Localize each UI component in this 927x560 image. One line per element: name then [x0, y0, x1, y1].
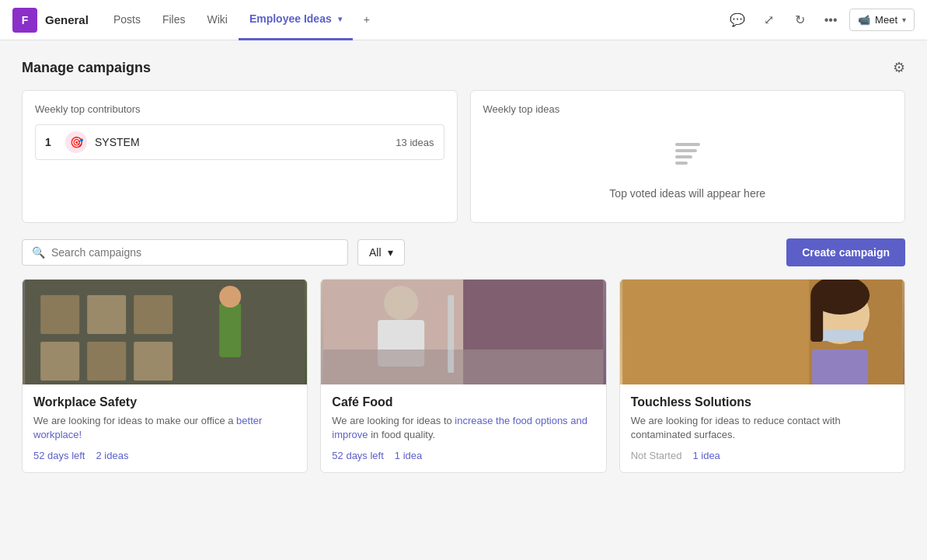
top-ideas-panel: Weekly top ideas Top voted ideas will ap… — [470, 90, 906, 223]
svg-rect-2 — [675, 155, 692, 158]
svg-rect-3 — [675, 162, 688, 165]
topbar-right: 💬 ⤢ ↻ ••• 📹 Meet ▾ — [725, 8, 915, 33]
card-title: Touchless Solutions — [631, 395, 894, 409]
campaign-card-body: Café Food We are looking for ideas to in… — [321, 384, 605, 472]
campaign-card-body: Workplace Safety We are looking for idea… — [23, 384, 307, 472]
search-icon: 🔍 — [32, 246, 45, 259]
card-desc-link-1: increase the food options and improve — [332, 415, 587, 440]
top-ideas-label: Weekly top ideas — [483, 103, 893, 115]
meet-chevron-icon: ▾ — [902, 16, 906, 24]
meet-button[interactable]: 📹 Meet ▾ — [849, 9, 915, 31]
card-description: We are looking for ideas to make our off… — [33, 414, 296, 442]
svg-point-16 — [384, 286, 418, 320]
card-description: We are looking for ideas to increase the… — [332, 414, 594, 442]
panels-row: Weekly top contributors 1 🎯 SYSTEM 13 id… — [22, 90, 905, 223]
campaign-card-image-cafe-food — [321, 280, 605, 384]
page-title: Manage campaigns — [22, 60, 151, 76]
avatar: 🎯 — [65, 131, 87, 153]
contributor-count: 13 ideas — [396, 137, 434, 148]
card-footer: 52 days left 2 ideas — [33, 450, 296, 461]
topbar: F General Posts Files Wiki Employee Idea… — [0, 0, 927, 40]
svg-point-12 — [219, 286, 241, 308]
card-title: Workplace Safety — [33, 395, 296, 409]
svg-rect-1 — [675, 149, 697, 152]
search-row: 🔍 All ▾ Create campaign — [22, 238, 905, 266]
meet-icon: 📹 — [858, 14, 870, 26]
card-status-badge: Not Started — [631, 450, 682, 461]
campaign-card-image-touchless-solutions — [620, 280, 904, 384]
section-header: Manage campaigns ⚙ — [22, 59, 905, 76]
tab-employee-ideas[interactable]: Employee Ideas ▾ — [239, 0, 353, 40]
search-input[interactable] — [51, 246, 338, 259]
expand-icon[interactable]: ⤢ — [756, 8, 781, 33]
svg-rect-25 — [817, 330, 863, 341]
campaign-card-cafe-food[interactable]: Café Food We are looking for ideas to in… — [320, 279, 606, 473]
more-icon[interactable]: ••• — [818, 8, 843, 33]
empty-ideas-icon — [669, 135, 706, 179]
campaign-cards: Workplace Safety We are looking for idea… — [22, 279, 905, 473]
filter-dropdown[interactable]: All ▾ — [357, 239, 405, 266]
tab-posts[interactable]: Posts — [103, 0, 152, 40]
card-ideas-count: 1 idea — [692, 450, 720, 461]
svg-rect-9 — [87, 342, 126, 381]
card-title: Café Food — [332, 395, 594, 409]
campaign-card-image-workplace-safety — [23, 280, 307, 384]
card-footer: Not Started 1 idea — [631, 450, 894, 461]
filter-chevron-icon: ▾ — [388, 246, 393, 259]
campaign-card-body: Touchless Solutions We are looking for i… — [620, 384, 904, 472]
svg-rect-11 — [219, 303, 241, 357]
card-days-left: 52 days left — [332, 450, 384, 461]
card-footer: 52 days left 1 idea — [332, 450, 594, 461]
campaign-card-workplace-safety[interactable]: Workplace Safety We are looking for idea… — [22, 279, 308, 473]
svg-rect-7 — [134, 295, 173, 334]
svg-rect-10 — [134, 342, 173, 381]
card-desc-link: better workplace! — [33, 415, 262, 440]
svg-rect-27 — [810, 295, 823, 342]
card-ideas-count: 2 ideas — [96, 450, 129, 461]
filter-value: All — [369, 246, 382, 259]
channel-name: General — [45, 13, 89, 26]
empty-ideas: Top voted ideas will appear here — [483, 124, 893, 210]
chat-icon[interactable]: 💬 — [725, 8, 750, 33]
card-ideas-count: 1 idea — [395, 450, 422, 461]
tab-wiki[interactable]: Wiki — [196, 0, 238, 40]
create-campaign-button[interactable]: Create campaign — [786, 238, 905, 266]
search-box: 🔍 — [22, 239, 348, 266]
card-description: We are looking for ideas to reduce conta… — [631, 414, 894, 442]
empty-ideas-text: Top voted ideas will appear here — [609, 187, 765, 200]
main-content: Manage campaigns ⚙ Weekly top contributo… — [0, 40, 927, 560]
contributor-row: 1 🎯 SYSTEM 13 ideas — [35, 124, 444, 160]
tab-add[interactable]: + — [353, 0, 381, 40]
refresh-icon[interactable]: ↻ — [787, 8, 812, 33]
svg-rect-6 — [87, 295, 126, 334]
chevron-down-icon: ▾ — [338, 15, 342, 23]
card-days-left: 52 days left — [33, 450, 85, 461]
svg-rect-22 — [622, 280, 809, 384]
nav-tabs: Posts Files Wiki Employee Ideas ▾ + — [103, 0, 381, 40]
svg-rect-28 — [812, 350, 868, 384]
svg-rect-0 — [675, 143, 700, 146]
team-avatar: F — [12, 8, 37, 33]
tab-files[interactable]: Files — [152, 0, 197, 40]
svg-rect-5 — [40, 295, 79, 334]
contributors-label: Weekly top contributors — [35, 103, 444, 115]
svg-rect-19 — [448, 295, 454, 373]
meet-label: Meet — [875, 14, 897, 26]
contributor-name: SYSTEM — [95, 136, 388, 148]
svg-rect-18 — [323, 350, 603, 384]
campaign-card-touchless-solutions[interactable]: Touchless Solutions We are looking for i… — [619, 279, 905, 473]
contributor-rank: 1 — [45, 136, 58, 148]
svg-rect-8 — [40, 342, 79, 381]
contributors-panel: Weekly top contributors 1 🎯 SYSTEM 13 id… — [22, 90, 458, 223]
gear-icon[interactable]: ⚙ — [893, 59, 905, 76]
